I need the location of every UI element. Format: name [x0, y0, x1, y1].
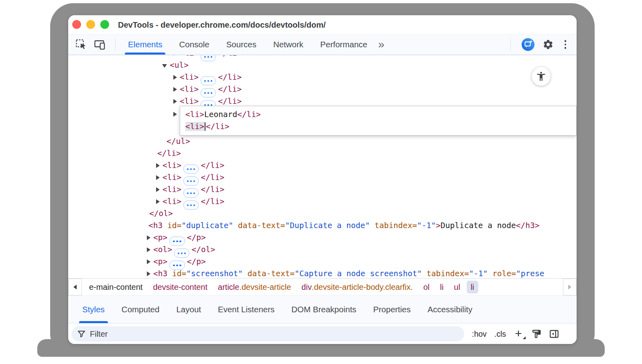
window-controls [72, 20, 109, 29]
collapse-arrow-icon[interactable] [162, 59, 170, 71]
paint-brush-icon [531, 329, 541, 339]
dom-row-li[interactable]: <li></li> [68, 83, 577, 95]
sidebar-tab-layout[interactable]: Layout [168, 296, 209, 323]
elements-panel: <li></li><ul><li></li><li></li><li></li>… [68, 55, 577, 278]
dom-row-text: </li> [157, 148, 181, 160]
breadcrumb-scroll-left-button[interactable] [68, 279, 82, 295]
expand-arrow-icon[interactable] [172, 108, 180, 120]
expand-arrow-icon[interactable] [172, 71, 180, 83]
tab-elements[interactable]: Elements [120, 34, 171, 55]
breadcrumb-bar: e-main-contentdevsite-contentarticle.dev… [68, 278, 577, 296]
minimize-button[interactable] [86, 20, 95, 29]
zoom-button[interactable] [100, 20, 109, 29]
ellipsis-dot [211, 92, 213, 94]
sidebar-tab-computed[interactable]: Computed [113, 296, 168, 323]
sidebar-tab-dom-breakpoints[interactable]: DOM Breakpoints [283, 296, 365, 323]
devtools-window: DevTools - developer.chrome.com/docs/dev… [68, 15, 577, 344]
filter-field-wrap [71, 326, 464, 342]
dom-row-p[interactable]: <p></p> [68, 256, 577, 268]
dom-row-li[interactable]: <li></li> [68, 196, 577, 208]
ellipsis-dot [173, 265, 175, 267]
dom-row-h3-duplicate[interactable]: <h3 id="duplicate" data-text="Duplicate … [68, 220, 577, 232]
more-tabs-icon[interactable]: » [378, 39, 384, 50]
tag-token: </ul> [167, 137, 190, 146]
sidebar-tab-accessibility[interactable]: Accessibility [419, 296, 481, 323]
inspect-element-button[interactable] [74, 38, 88, 51]
tab-sources[interactable]: Sources [218, 34, 265, 55]
ellipsis-dot [211, 80, 213, 82]
tab-label: Styles [82, 305, 105, 314]
ellipsis-expand-button[interactable] [201, 55, 216, 61]
element-classes-button[interactable]: .cls [494, 330, 506, 339]
sidebar-tab-event-listeners[interactable]: Event Listeners [209, 296, 283, 323]
text-token: Leonard [204, 110, 237, 119]
expand-arrow-icon[interactable] [145, 232, 153, 244]
new-style-rule-button[interactable]: + [514, 328, 523, 340]
dom-row-h3-screenshot[interactable]: <h3 id="screenshot" data-text="Capture a… [68, 268, 577, 278]
ellipsis-dot [204, 92, 206, 94]
expand-arrow-icon[interactable] [154, 196, 163, 208]
tab-console[interactable]: Console [171, 34, 217, 55]
expand-arrow-icon[interactable] [145, 256, 153, 268]
inline-edit-box[interactable]: <li>Leonard</li><li></li> [180, 106, 577, 135]
dom-row-li[interactable]: <li></li> [68, 184, 577, 196]
expand-arrow-icon[interactable] [154, 160, 163, 172]
sidebar-tab-styles[interactable]: Styles [74, 296, 113, 323]
dom-row-li[interactable]: <li></li> [68, 71, 577, 83]
tab-label: Layout [176, 305, 201, 314]
expand-arrow-icon[interactable] [145, 244, 153, 256]
dom-tree[interactable]: <li></li><ul><li></li><li></li><li></li>… [68, 55, 577, 278]
settings-button[interactable] [541, 38, 555, 51]
close-button[interactable] [72, 20, 81, 29]
edit-line[interactable]: <li></li> [185, 121, 576, 133]
edit-line[interactable]: <li>Leonard</li> [185, 109, 576, 121]
dom-row-li-clipped[interactable]: <li></li> [68, 55, 577, 59]
dom-row-p[interactable]: <p></p> [68, 232, 577, 244]
tab-performance[interactable]: Performance [312, 34, 376, 55]
expand-arrow-icon[interactable] [172, 55, 180, 59]
breadcrumb-item-ol[interactable]: ol [419, 281, 434, 293]
expand-arrow-icon[interactable] [172, 83, 180, 95]
expand-arrow-icon[interactable] [172, 95, 180, 107]
dom-row-li[interactable]: <li></li> [68, 172, 577, 184]
attr-token: data-text= [243, 269, 295, 278]
dom-row-ul-open[interactable]: <ul> [68, 59, 577, 71]
expand-arrow-icon[interactable] [145, 268, 153, 278]
tag-token: </ol> [191, 245, 215, 254]
dom-row-ol-close[interactable]: </ol> [68, 208, 577, 220]
main-menu-button[interactable] [561, 38, 570, 51]
tag-token: <p> [153, 233, 167, 242]
sidebar-tab-properties[interactable]: Properties [365, 296, 419, 323]
ellipsis-expand-button[interactable] [183, 200, 199, 210]
dom-row-li-close[interactable]: </li> [68, 148, 577, 160]
toggle-element-state-button[interactable]: :hov [472, 330, 487, 339]
breadcrumb-item-e-main-content[interactable]: e-main-content [85, 281, 146, 293]
breadcrumb-item-li[interactable]: li [436, 281, 447, 293]
ai-assistance-button[interactable] [521, 38, 535, 51]
tab-label: Sources [226, 40, 256, 49]
ai-assistance-icon [521, 37, 535, 52]
kebab-menu-icon [565, 40, 567, 42]
dom-row-li[interactable]: <li></li> [68, 160, 577, 172]
breadcrumb-item-ul[interactable]: ul [450, 281, 464, 293]
styles-filter-input[interactable] [71, 326, 464, 342]
breadcrumb-scroll-right-button[interactable] [563, 279, 577, 295]
expand-arrow-icon[interactable] [154, 172, 163, 184]
breadcrumb-item-li[interactable]: li [467, 281, 478, 293]
breadcrumb-item-article[interactable]: article.devsite-article [214, 281, 295, 293]
toggle-sidebar-button[interactable] [549, 329, 559, 339]
expand-arrow-icon[interactable] [154, 184, 163, 196]
tab-network[interactable]: Network [265, 34, 312, 55]
breadcrumb-item-div[interactable]: div.devsite-article-body.clearfix. [297, 281, 417, 293]
val-token: "prese [516, 269, 544, 278]
attr-token: id= [163, 221, 181, 230]
dom-row-ol[interactable]: <ol></ol> [68, 244, 577, 256]
attr-token: tabindex= [422, 269, 469, 278]
dom-row-li-editing[interactable]: <li>Leonard</li><li></li> [68, 106, 577, 135]
breadcrumb-item-devsite-content[interactable]: devsite-content [149, 281, 211, 293]
device-toolbar-button[interactable] [93, 38, 106, 51]
dom-row-ul-close[interactable]: </ul> [68, 135, 577, 148]
accessibility-overlay-button[interactable] [532, 67, 551, 86]
tag-token: <ol> [153, 245, 172, 254]
rendering-emulation-button[interactable] [531, 329, 541, 339]
